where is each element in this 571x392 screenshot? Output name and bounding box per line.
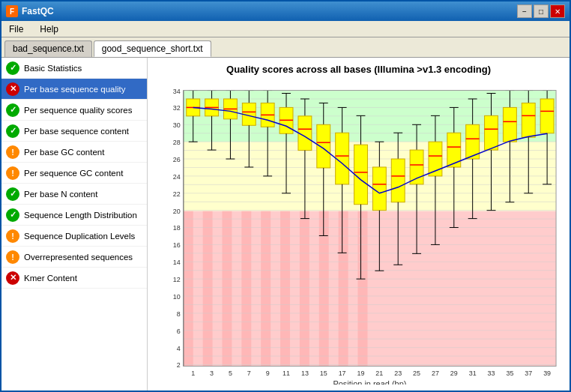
sidebar-item-overrepresented[interactable]: ! Overrepresented sequences (1, 247, 147, 268)
svg-text:33: 33 (488, 370, 495, 377)
close-button[interactable]: ✕ (550, 4, 565, 18)
svg-text:10: 10 (173, 293, 181, 301)
sidebar-label-per-base-n: Per base N content (24, 190, 97, 199)
svg-text:17: 17 (339, 370, 346, 377)
sidebar-label-basic-statistics: Basic Statistics (24, 64, 82, 73)
svg-text:32: 32 (173, 104, 181, 112)
status-icon-orange-1: ! (6, 145, 19, 159)
svg-rect-178 (485, 115, 498, 150)
svg-text:22: 22 (173, 190, 181, 198)
svg-text:30: 30 (173, 121, 181, 129)
svg-rect-136 (354, 145, 368, 205)
status-icon-orange-3: ! (6, 229, 19, 243)
minimize-button[interactable]: − (517, 4, 532, 18)
svg-rect-0 (184, 211, 193, 367)
sidebar-label-seq-length: Sequence Length Distribution (24, 211, 137, 220)
sidebar-item-basic-statistics[interactable]: ✓ Basic Statistics (1, 58, 147, 79)
sidebar-item-seq-duplication[interactable]: ! Sequence Duplication Levels (1, 226, 147, 247)
tab-bar: bad_sequence.txt good_sequence_short.txt (1, 37, 570, 57)
maximize-button[interactable]: □ (534, 4, 549, 18)
sidebar-item-per-base-content[interactable]: ✓ Per base sequence content (1, 121, 147, 142)
svg-text:19: 19 (357, 370, 365, 377)
title-bar-left: F FastQC (6, 5, 54, 17)
svg-rect-7 (319, 211, 329, 367)
svg-text:14: 14 (173, 259, 181, 266)
status-icon-green: ✓ (6, 61, 19, 75)
svg-rect-124 (317, 124, 330, 168)
svg-rect-4 (261, 211, 271, 367)
status-icon-red: ✕ (6, 82, 19, 96)
sidebar-label-per-sequence-gc: Per sequence GC content (24, 169, 123, 178)
svg-rect-154 (410, 150, 423, 184)
svg-text:20: 20 (173, 208, 181, 215)
svg-rect-3 (241, 211, 251, 367)
status-icon-orange-4: ! (6, 250, 19, 264)
svg-text:5: 5 (229, 370, 232, 377)
svg-rect-2 (222, 211, 232, 367)
sidebar-item-per-base-gc[interactable]: ! Per base GC content (1, 142, 147, 163)
y-axis-labels: 2 4 6 8 10 12 14 16 18 20 22 24 26 28 (173, 88, 181, 370)
svg-text:31: 31 (469, 370, 477, 377)
svg-text:7: 7 (247, 370, 251, 377)
title-buttons: − □ ✕ (517, 4, 565, 18)
app-icon: F (6, 5, 18, 17)
svg-rect-196 (540, 99, 554, 133)
svg-rect-190 (522, 103, 535, 137)
svg-rect-9 (358, 211, 368, 367)
svg-text:12: 12 (173, 276, 181, 283)
status-icon-green-2: ✓ (6, 103, 19, 117)
svg-text:34: 34 (173, 88, 181, 95)
svg-text:18: 18 (173, 225, 181, 232)
quality-chart: 2 4 6 8 10 12 14 16 18 20 22 24 26 28 (154, 79, 564, 385)
svg-rect-1 (203, 211, 213, 367)
sidebar-item-per-sequence-quality[interactable]: ✓ Per sequence quality scores (1, 100, 147, 121)
svg-rect-6 (300, 211, 309, 367)
menu-bar: File Help (1, 21, 570, 37)
svg-text:37: 37 (525, 370, 532, 377)
svg-text:25: 25 (413, 370, 420, 377)
sidebar-label-per-sequence-quality: Per sequence quality scores (24, 106, 132, 115)
svg-text:16: 16 (173, 241, 181, 249)
svg-text:28: 28 (173, 139, 181, 146)
svg-text:29: 29 (450, 370, 458, 377)
svg-text:6: 6 (177, 328, 181, 335)
bg-yellow (184, 142, 556, 211)
sidebar-label-per-base-gc: Per base GC content (24, 148, 104, 157)
bg-red (184, 211, 556, 367)
svg-text:26: 26 (173, 156, 181, 163)
menu-file[interactable]: File (4, 22, 28, 36)
sidebar: ✓ Basic Statistics ✕ Per base sequence q… (1, 58, 148, 391)
svg-text:8: 8 (177, 310, 181, 318)
svg-rect-118 (298, 116, 312, 151)
window-title: FastQC (22, 6, 54, 16)
sidebar-item-kmer[interactable]: ✕ Kmer Content (1, 268, 147, 289)
svg-text:21: 21 (375, 370, 383, 377)
svg-text:24: 24 (173, 173, 181, 181)
menu-help[interactable]: Help (35, 22, 63, 36)
svg-rect-8 (339, 211, 348, 367)
svg-text:11: 11 (283, 370, 290, 377)
tab-bad-sequence[interactable]: bad_sequence.txt (4, 40, 92, 57)
sidebar-item-per-base-n[interactable]: ✓ Per base N content (1, 184, 147, 205)
title-bar: F FastQC − □ ✕ (1, 1, 570, 21)
status-icon-green-4: ✓ (6, 187, 19, 201)
sidebar-item-per-sequence-gc[interactable]: ! Per sequence GC content (1, 163, 147, 184)
sidebar-item-per-base-quality[interactable]: ✕ Per base sequence quality (1, 79, 147, 100)
sidebar-label-kmer: Kmer Content (24, 274, 77, 283)
content-area: ✓ Basic Statistics ✕ Per base sequence q… (1, 57, 570, 391)
svg-text:3: 3 (210, 370, 214, 377)
svg-text:23: 23 (394, 370, 402, 377)
x-axis-title: Position in read (bp) (333, 379, 406, 385)
svg-text:4: 4 (177, 345, 181, 352)
svg-rect-142 (372, 167, 386, 211)
x-axis-labels: 1 3 5 7 9 11 13 15 17 19 21 23 25 27 (191, 370, 551, 377)
status-icon-green-3: ✓ (6, 124, 19, 138)
svg-rect-5 (280, 211, 290, 367)
tab-good-sequence[interactable]: good_sequence_short.txt (94, 40, 211, 57)
chart-container: 2 4 6 8 10 12 14 16 18 20 22 24 26 28 (154, 79, 564, 385)
svg-text:1: 1 (191, 370, 195, 377)
svg-text:2: 2 (177, 362, 181, 370)
status-icon-orange-2: ! (6, 166, 19, 180)
sidebar-item-seq-length[interactable]: ✓ Sequence Length Distribution (1, 205, 147, 226)
chart-title: Quality scores across all bases (Illumin… (226, 64, 491, 75)
